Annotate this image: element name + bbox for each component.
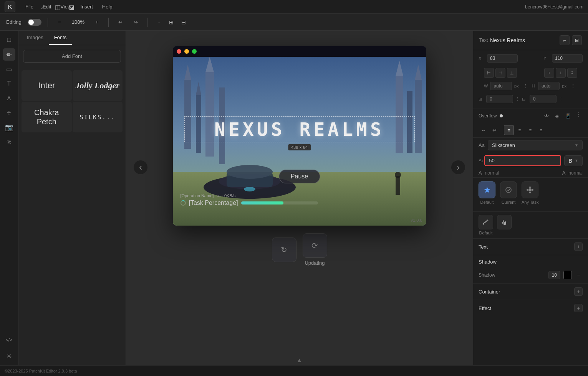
copy-style-btn[interactable]: ⊟	[572, 35, 582, 45]
effect-accordion-header[interactable]: Effect +	[473, 300, 588, 316]
text-align-left[interactable]: ≡	[504, 125, 514, 135]
interaction-paint-btn[interactable]	[479, 215, 493, 229]
align-left-btn[interactable]: ⊢	[484, 68, 494, 78]
zoom-minus-btn[interactable]: −	[54, 17, 65, 28]
layers-icon[interactable]: ☄	[38, 2, 49, 12]
font-size-row: Aı B ▼	[473, 153, 588, 168]
sidebar-icon-frame[interactable]: ▭	[3, 63, 15, 75]
text-selection-box[interactable]: NEXUS REALMS 438 × 64	[184, 116, 415, 142]
operation-name: [Operation Name]	[181, 193, 214, 198]
refresh-btn[interactable]: ↻	[272, 237, 296, 262]
redo-btn[interactable]: ↪	[130, 17, 141, 28]
w-value[interactable]: auto	[490, 82, 512, 90]
menu-help[interactable]: Help	[98, 2, 116, 11]
font-name-select[interactable]: Silkscreen ▼	[488, 140, 583, 150]
pause-button[interactable]: Pause	[279, 170, 320, 183]
container-accordion-header[interactable]: Container +	[473, 284, 588, 300]
nav-arrow-left[interactable]: ‹	[134, 160, 147, 174]
font-item-chakra[interactable]: ChakraPetch	[22, 102, 72, 132]
state-current-btn[interactable]: Current	[500, 181, 517, 204]
canvas-collapse-btn[interactable]: ▲	[289, 355, 310, 365]
text-align-center[interactable]: ≡	[515, 125, 525, 135]
align-row: ⊢ ⊣ ⊥ T ⊥ ↧	[479, 66, 583, 80]
font-item-inter[interactable]: Inter	[22, 70, 72, 101]
interaction-hand-btn[interactable]	[497, 215, 512, 229]
element-btn[interactable]: ⊞	[166, 17, 177, 28]
font-item-silks[interactable]: SILKS...	[73, 102, 123, 132]
toolbar: Editing − 100% + ↩ ↪ · ⊞ ⊟	[0, 14, 588, 31]
text-accordion-header[interactable]: Text +	[473, 239, 588, 255]
sidebar-icon-hand[interactable]: ✏	[3, 48, 15, 61]
padding-value-2[interactable]: 0	[530, 95, 557, 103]
shadow-color-picker[interactable]	[563, 271, 572, 279]
text-dir-rtl[interactable]: ↩	[489, 125, 499, 135]
bold-selector[interactable]: B ▼	[564, 155, 583, 166]
titlebar-maximize[interactable]	[192, 49, 197, 54]
menu-file[interactable]: File	[22, 2, 37, 11]
y-input[interactable]	[552, 54, 583, 63]
state-row: Default Current	[479, 181, 583, 204]
shadow-remove-btn[interactable]: −	[575, 271, 583, 279]
progress-fill	[241, 201, 283, 204]
align-bottom-btn[interactable]: ⊥	[507, 68, 517, 78]
tab-fonts[interactable]: Fonts	[49, 31, 72, 45]
undo-btn[interactable]: ↩	[115, 17, 126, 28]
align-bottom2-btn[interactable]: ↧	[567, 68, 577, 78]
nav-arrow-right[interactable]: ›	[451, 160, 465, 174]
zoom-plus-btn[interactable]: +	[91, 17, 102, 28]
padding-more-2[interactable]: ⋮	[559, 97, 563, 102]
interaction-paint-label: Default	[479, 231, 493, 235]
menu-insert[interactable]: Insert	[76, 2, 97, 11]
dot-view-btn[interactable]: ·	[154, 17, 164, 28]
distribute-btns: T ⊥ ↧	[544, 68, 577, 78]
sidebar-icon-code[interactable]: </>	[3, 334, 15, 346]
sidebar-icon-select[interactable]: □	[3, 34, 15, 46]
font-size-input[interactable]	[484, 155, 561, 166]
shadow-value[interactable]: 10	[548, 271, 560, 279]
w-more[interactable]: ⋮	[521, 83, 530, 89]
sidebar-icon-percent[interactable]: %	[3, 136, 15, 148]
update-btn[interactable]: ⟳	[303, 233, 327, 258]
sidebar-icon-asset[interactable]: ♱	[3, 107, 15, 119]
h-value[interactable]: auto	[538, 82, 560, 90]
text-dir-ltr[interactable]: ↔	[479, 125, 489, 135]
effect-accordion-add-btn[interactable]: +	[574, 304, 583, 312]
shadow-accordion-title: Shadow	[479, 259, 497, 265]
x-input[interactable]	[487, 54, 518, 63]
align-top-btn[interactable]: T	[544, 68, 554, 78]
current-icon	[504, 186, 513, 194]
overflow-hidden-btn[interactable]: ◈	[553, 111, 562, 120]
editing-toggle[interactable]	[28, 19, 41, 26]
text-accordion-add-btn[interactable]: +	[574, 242, 583, 251]
align-center-v-btn[interactable]: ⊥	[556, 68, 566, 78]
tab-images[interactable]: Images	[22, 31, 49, 45]
app-logo[interactable]: K	[5, 2, 15, 12]
padding-value-1[interactable]: 0	[486, 95, 513, 103]
sidebar-icon-settings[interactable]: ✳	[3, 350, 15, 362]
shadow-label: Shadow	[479, 272, 545, 278]
state-any-task-btn[interactable]: Any Task	[522, 181, 538, 204]
text-align-right[interactable]: ≡	[525, 125, 535, 135]
sidebar-icon-image[interactable]: 📷	[3, 121, 15, 134]
h-more[interactable]: ⋮	[569, 83, 577, 89]
shadow-accordion-header[interactable]: Shadow	[473, 255, 588, 269]
overflow-visible-btn[interactable]: 👁	[542, 111, 551, 120]
text-direction-row: ↔ ↩ ≡ ≡ ≡ ≡	[473, 123, 588, 138]
state-default-btn[interactable]: Default	[479, 181, 495, 204]
align-right-btn[interactable]: ⊣	[495, 68, 505, 78]
grid-icon[interactable]: ◪	[66, 2, 77, 12]
grid-btn[interactable]: ⊟	[178, 17, 189, 28]
titlebar-close[interactable]	[177, 49, 181, 54]
text-align-justify[interactable]: ≡	[536, 125, 546, 135]
overflow-more-btn[interactable]: ⋮	[574, 111, 583, 120]
padding-more-1[interactable]: ⋮	[515, 97, 520, 102]
font-item-jolly[interactable]: Jolly Lodger	[73, 70, 123, 101]
sidebar-icon-text[interactable]: T	[3, 78, 15, 90]
container-accordion-add-btn[interactable]: +	[574, 287, 583, 296]
titlebar-minimize[interactable]	[184, 49, 189, 54]
overflow-scroll-btn[interactable]: 📱	[563, 111, 573, 120]
container-icon[interactable]: ◫	[52, 2, 63, 12]
sidebar-icon-shape[interactable]: A	[3, 92, 15, 104]
corner-radius-btn[interactable]: ⌐	[560, 35, 570, 45]
add-font-button[interactable]: Add Font	[23, 50, 121, 63]
